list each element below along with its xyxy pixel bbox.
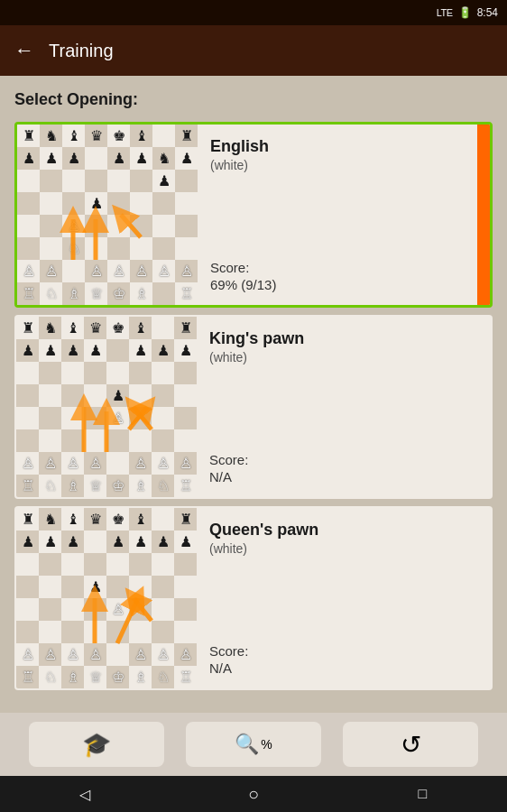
back-button[interactable]: ← — [14, 39, 34, 62]
chess-cell: ♛ — [85, 125, 107, 147]
chess-cell: ♛ — [84, 317, 106, 339]
chess-cell: ♝ — [129, 317, 152, 339]
chess-cell — [152, 317, 174, 339]
time-display: 8:54 — [477, 6, 498, 19]
chess-cell: ♖ — [174, 475, 197, 497]
chess-cell — [84, 384, 106, 407]
stats-icon: 🔍 — [235, 733, 259, 756]
chess-cell: ♗ — [62, 282, 85, 305]
chess-cell: ♜ — [16, 508, 39, 531]
orange-bar — [477, 125, 490, 305]
chess-cell: ♟ — [152, 339, 174, 362]
chess-cell: ♙ — [16, 452, 39, 475]
sys-back-button[interactable]: ◁ — [71, 780, 98, 807]
chess-cell — [16, 362, 39, 384]
chess-cell — [174, 598, 197, 621]
chess-cell — [174, 384, 197, 407]
card-info-english: English (white) Score: 69% (9/13) — [198, 125, 490, 305]
chess-cell: ♚ — [107, 125, 130, 147]
chess-cell — [85, 237, 107, 260]
chess-cell — [106, 362, 129, 384]
chess-cell: ♟ — [130, 147, 152, 170]
opening-card-english[interactable]: ♜♞♝♛♚♝♜♟♟♟♟♟♞♟♟♟♙♘♙♙♙♙♙♙♙♖♘♗♕♔♗♖ English… — [14, 122, 493, 308]
chess-cell: ♔ — [106, 475, 129, 497]
chess-cell: ♟ — [39, 531, 61, 553]
bottom-nav: 🎓 🔍 % ↺ — [0, 713, 507, 776]
chess-cell: ♙ — [39, 452, 61, 475]
sys-recent-button[interactable]: □ — [409, 780, 436, 807]
battery-icon: 🔋 — [458, 6, 472, 19]
recent-square-icon: □ — [418, 786, 427, 802]
opening-card-kings-pawn[interactable]: ♜♞♝♛♚♝♜♟♟♟♟♟♟♟♟♙♙♙♙♙♙♙♙♖♘♗♕♔♗♘♖ King's p… — [14, 315, 493, 499]
chess-cell — [61, 407, 84, 429]
chess-cell: ♖ — [16, 666, 39, 688]
chess-board-queens-pawn: ♜♞♝♛♚♝♜♟♟♟♟♟♟♟♟♙♙♙♙♙♙♙♙♖♘♗♕♔♗♘♖ — [16, 508, 197, 688]
chess-cell — [175, 237, 198, 260]
chess-cell: ♟ — [84, 339, 106, 362]
reset-button[interactable]: ↺ — [343, 722, 478, 767]
opening-name: English — [210, 137, 472, 156]
chess-cell: ♟ — [84, 576, 106, 598]
chess-cell — [85, 170, 107, 192]
chess-cell — [39, 621, 61, 643]
section-title: Select Opening: — [14, 90, 493, 109]
chess-cell: ♘ — [152, 475, 174, 497]
chess-cell — [175, 215, 198, 237]
train-button[interactable]: 🎓 — [29, 722, 164, 767]
chess-cell — [107, 192, 130, 215]
card-info-kings-pawn: King's pawn (white) Score: N/A — [197, 317, 491, 497]
chess-cell: ♟ — [174, 531, 197, 553]
opening-card-queens-pawn[interactable]: ♜♞♝♛♚♝♜♟♟♟♟♟♟♟♟♙♙♙♙♙♙♙♙♖♘♗♕♔♗♘♖ Queen's … — [14, 506, 493, 690]
chess-cell: ♕ — [84, 666, 106, 688]
chess-cell — [84, 553, 106, 576]
chess-cell — [62, 192, 85, 215]
chess-cell: ♗ — [61, 475, 84, 497]
chess-cell: ♙ — [40, 260, 62, 282]
chess-cell: ♘ — [39, 666, 61, 688]
chess-cell: ♞ — [40, 125, 62, 147]
opening-color: (white) — [210, 158, 472, 172]
score-label: Score: — [209, 643, 473, 659]
chess-cell: ♟ — [106, 531, 129, 553]
sys-home-button[interactable]: ○ — [240, 780, 267, 807]
score-value: N/A — [209, 660, 473, 676]
chess-cell — [106, 576, 129, 598]
chess-cell: ♙ — [106, 407, 129, 429]
chess-cell: ♙ — [85, 260, 107, 282]
chess-cell: ♜ — [174, 317, 197, 339]
chess-cell: ♙ — [84, 452, 106, 475]
chess-cell: ♗ — [61, 666, 84, 688]
chess-cell — [174, 553, 197, 576]
chess-cell — [152, 553, 174, 576]
chess-cell: ♗ — [129, 475, 152, 497]
chess-cell: ♖ — [175, 282, 198, 305]
chess-cell: ♝ — [61, 508, 84, 531]
chess-cell — [16, 621, 39, 643]
chess-cell — [174, 429, 197, 452]
chess-cell: ♝ — [130, 125, 152, 147]
chess-cell: ♚ — [106, 317, 129, 339]
chess-cell — [107, 237, 130, 260]
chess-cell — [84, 598, 106, 621]
chess-cell — [61, 621, 84, 643]
chess-cell: ♟ — [16, 531, 39, 553]
chess-cell: ♞ — [152, 147, 175, 170]
chess-cell — [175, 192, 198, 215]
chess-cell: ♙ — [129, 643, 152, 666]
chess-cell — [106, 429, 129, 452]
chess-cell — [39, 362, 61, 384]
chess-cell — [152, 598, 174, 621]
chess-cell: ♜ — [17, 125, 40, 147]
chess-cell: ♝ — [62, 125, 85, 147]
chess-cell — [17, 237, 40, 260]
chess-cell — [130, 192, 152, 215]
chess-cell: ♖ — [174, 666, 197, 688]
chess-cell — [61, 429, 84, 452]
chess-cell: ♔ — [106, 666, 129, 688]
stats-button[interactable]: 🔍 % — [186, 722, 321, 767]
chess-cell — [16, 576, 39, 598]
chess-cell — [152, 125, 175, 147]
chess-cell: ♞ — [39, 317, 61, 339]
page-title: Training — [49, 41, 114, 61]
chess-cell — [39, 598, 61, 621]
